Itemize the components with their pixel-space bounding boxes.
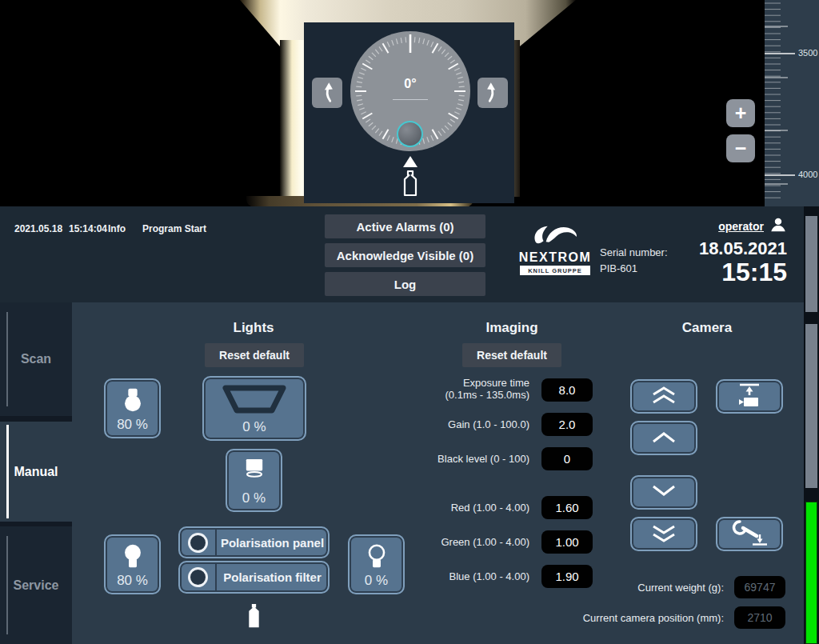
tab-manual[interactable]: Manual <box>0 422 72 522</box>
current-date: 18.05.2021 <box>699 238 787 259</box>
nextrom-swoosh-icon <box>530 235 580 249</box>
bulb-up-icon <box>106 542 159 570</box>
exposure-field[interactable]: 8.0 <box>541 378 593 402</box>
camera-down-button[interactable] <box>630 475 697 510</box>
tab-service[interactable]: Service <box>0 526 72 644</box>
polarisation-filter-label: Polarisation filter <box>217 570 328 584</box>
camera-to-top-icon <box>731 382 768 411</box>
tab-manual-label: Manual <box>14 465 58 479</box>
chevron-down-icon <box>645 482 682 502</box>
status-green-indicator <box>805 502 817 644</box>
serial-value: PIB-601 <box>600 261 668 277</box>
logo-name: NEXTROM <box>517 250 593 265</box>
current-time: 15:15 <box>699 259 787 285</box>
position-pointer-icon <box>403 156 417 167</box>
tab-service-label: Service <box>14 578 59 593</box>
camera-fast-down-button[interactable] <box>630 517 697 551</box>
nextrom-logo: NEXTROM KNILL GRUPPE <box>517 224 593 275</box>
current-position-label: Current camera position (mm): <box>516 612 724 624</box>
log-date: 2021.05.18 <box>14 223 62 234</box>
bottom-light-button[interactable]: 80 % <box>104 534 161 594</box>
dial-underline <box>393 99 428 100</box>
camera-fast-up-button[interactable] <box>630 379 697 414</box>
imaging-reset-button[interactable]: Reset default <box>462 343 561 367</box>
polarisation-panel-indicator-icon <box>188 533 208 553</box>
double-chevron-up-icon <box>645 385 682 409</box>
tab-scan-label: Scan <box>21 352 51 366</box>
red-label: Red (1.00 - 4.00) <box>378 502 529 514</box>
zoom-out-button[interactable]: − <box>726 134 755 162</box>
wrench-down-icon <box>731 519 768 549</box>
serial-number-block: Serial number: PIB-601 <box>600 245 668 277</box>
rotation-overlay-panel: 0° <box>304 22 514 203</box>
middle-light-percent: 0 % <box>227 490 281 506</box>
lights-reset-button[interactable]: Reset default <box>205 343 304 367</box>
current-position-field: 2710 <box>734 606 785 629</box>
bottom-light-percent: 80 % <box>106 573 159 589</box>
curved-arrow-left-icon <box>315 80 339 106</box>
black-level-field[interactable]: 0 <box>541 447 593 470</box>
scrollbar-segment-bottom[interactable] <box>805 324 817 488</box>
double-chevron-down-icon <box>645 522 682 546</box>
ruler-label-4000: 4000 <box>798 170 817 179</box>
exposure-label: Exposure time (0.1ms - 135.0ms) <box>378 377 529 401</box>
red-field[interactable]: 1.60 <box>541 496 593 519</box>
log-level: Info <box>108 223 126 234</box>
rotate-cw-button[interactable] <box>477 78 508 108</box>
bulb-down-icon <box>106 386 159 414</box>
operator-link[interactable]: operator <box>718 220 764 233</box>
machine-hmi-screen: 0° <box>0 0 819 644</box>
flat-light-icon <box>227 457 281 482</box>
current-weight-field: 69747 <box>734 576 785 598</box>
ruler-label-3500: 3500 <box>798 48 817 58</box>
lights-title: Lights <box>182 320 326 336</box>
logo-subtitle: KNILL GRUPPE <box>520 266 590 275</box>
camera-service-position-button[interactable] <box>716 517 783 551</box>
blue-label: Blue (1.00 - 4.00) <box>378 570 529 582</box>
camera-up-button[interactable] <box>630 421 697 455</box>
rotation-knob[interactable] <box>397 121 423 147</box>
polarisation-filter-indicator-icon <box>188 567 208 587</box>
top-light-button[interactable]: 80 % <box>104 378 161 438</box>
user-icon <box>769 216 787 237</box>
gain-field[interactable]: 2.0 <box>541 413 593 436</box>
log-time: 15:14:04 <box>69 223 107 234</box>
polarisation-panel-label: Polarisation panel <box>217 536 328 550</box>
middle-light-button[interactable]: 0 % <box>226 449 282 512</box>
green-label: Green (1.00 - 4.00) <box>378 536 529 548</box>
gain-label: Gain (1.0 - 100.0) <box>378 418 529 430</box>
serial-label: Serial number: <box>600 245 668 261</box>
scrollbar-segment-top[interactable] <box>805 216 817 312</box>
camera-to-top-button[interactable] <box>716 379 783 414</box>
panel-light-icon <box>204 382 305 416</box>
top-light-percent: 80 % <box>106 417 159 433</box>
curved-arrow-right-icon <box>481 80 505 106</box>
current-weight-label: Current weight (g): <box>516 582 724 594</box>
polarisation-filter-toggle[interactable]: Polarisation filter <box>178 561 330 594</box>
green-field[interactable]: 1.00 <box>541 530 593 554</box>
camera-live-view: 0° <box>0 0 819 206</box>
position-ruler: 3500 4000 <box>765 0 819 206</box>
main-area: Scan Manual Service Lights Reset default… <box>0 302 819 644</box>
panel-light-percent: 0 % <box>204 419 305 435</box>
imaging-title: Imaging <box>440 320 584 336</box>
polarisation-panel-toggle[interactable]: Polarisation panel <box>178 526 330 558</box>
log-message: Program Start <box>142 223 206 234</box>
chevron-up-icon <box>645 428 682 448</box>
active-alarms-button[interactable]: Active Alarms (0) <box>325 214 485 238</box>
panel-light-button[interactable]: 0 % <box>202 376 306 441</box>
weight-outline-icon <box>400 170 421 200</box>
rotate-ccw-button[interactable] <box>312 78 342 108</box>
acknowledge-visible-button[interactable]: Acknowledge Visible (0) <box>325 243 485 267</box>
black-level-label: Black level (0 - 100) <box>378 453 529 465</box>
camera-title: Camera <box>635 320 779 336</box>
status-bar: 2021.05.18 15:14:04 Info Program Start A… <box>0 206 819 302</box>
right-indicator-strip <box>804 206 819 644</box>
zoom-in-button[interactable]: + <box>726 99 755 127</box>
weight-filled-icon <box>245 602 263 634</box>
rotation-angle-value: 0° <box>350 77 470 91</box>
user-block: operator 18.05.2021 15:15 <box>699 216 787 285</box>
tab-scan[interactable]: Scan <box>0 302 72 416</box>
log-button[interactable]: Log <box>325 272 485 296</box>
